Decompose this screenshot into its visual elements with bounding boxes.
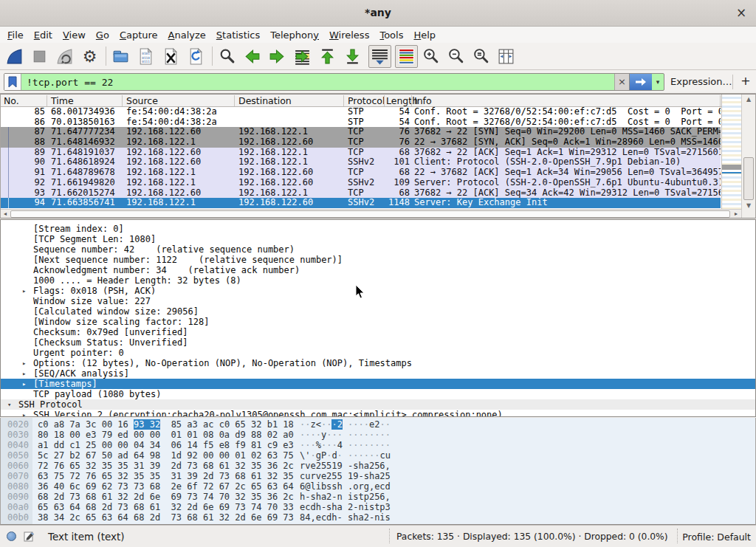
vscroll-handle[interactable] xyxy=(743,157,754,200)
menu-view[interactable]: View xyxy=(58,28,91,42)
filter-apply-button[interactable] xyxy=(629,74,652,90)
hex-row-0060[interactable]: 006072 76 65 32 35 35 31 39 2d 73 68 61 … xyxy=(1,461,755,471)
packet-list-minimap[interactable] xyxy=(721,94,741,209)
detail-row[interactable]: [Next sequence number: 1122 (relative se… xyxy=(1,255,755,265)
zoom-in-icon[interactable] xyxy=(422,47,440,66)
hex-row-0070[interactable]: 007063 75 72 76 65 32 35 35 31 39 2d 73 … xyxy=(1,471,755,481)
menu-telephony[interactable]: Telephony xyxy=(265,28,324,42)
detail-row[interactable]: ▸[Timestamps] xyxy=(1,379,755,389)
go-first-icon[interactable] xyxy=(318,47,337,66)
filter-history-caret[interactable]: ▾ xyxy=(652,74,664,90)
expert-info-icon[interactable] xyxy=(7,531,16,541)
capture-options-icon[interactable]: ⚙ xyxy=(80,47,99,66)
save-file-icon[interactable]: 010101100111 xyxy=(137,47,155,66)
packet-row-90[interactable]: 9071.648618924192.168.122.60192.168.122.… xyxy=(1,157,721,168)
open-file-icon[interactable] xyxy=(111,47,130,66)
packet-list-header[interactable]: No.TimeSourceDestinationProtocolLengthIn… xyxy=(1,94,741,107)
filter-clear-button[interactable]: × xyxy=(614,74,629,90)
detail-row[interactable]: Checksum: 0x79ed [unverified] xyxy=(1,327,755,337)
detail-row[interactable]: ▸Options: (12 bytes), No-Operation (NOP)… xyxy=(1,358,755,368)
detail-row[interactable]: TCP payload (1080 bytes) xyxy=(1,389,755,399)
restart-capture-icon[interactable] xyxy=(55,47,74,66)
expression-button[interactable]: Expression… xyxy=(670,76,732,87)
detail-row[interactable]: ▾SSH Protocol xyxy=(1,399,755,410)
detail-row[interactable]: [Calculated window size: 29056] xyxy=(1,306,755,317)
packet-list-hscrollbar[interactable]: ◂ ▸ xyxy=(1,209,741,218)
detail-row[interactable]: ▸[SEQ/ACK analysis] xyxy=(1,368,755,379)
menu-wireless[interactable]: Wireless xyxy=(324,28,374,42)
resize-columns-icon[interactable] xyxy=(497,47,515,66)
detail-row[interactable]: [Stream index: 0] xyxy=(1,224,755,234)
hex-row-0030[interactable]: 003080 18 00 e3 79 ed 00 00 01 01 08 0a … xyxy=(1,430,755,440)
detail-row[interactable]: [Checksum Status: Unverified] xyxy=(1,337,755,348)
hex-row-0020[interactable]: 0020c0 a8 7a 3c 00 16 93 32 85 a3 ac c0 … xyxy=(1,419,755,430)
detail-row[interactable]: [TCP Segment Len: 1080] xyxy=(1,234,755,244)
display-filter-field[interactable]: !tcp.port == 22 × ▾ xyxy=(4,73,664,91)
zoom-reset-icon[interactable] xyxy=(472,47,490,66)
scroll-down-icon[interactable]: ▼ xyxy=(742,202,755,209)
zoom-out-icon[interactable] xyxy=(447,47,465,66)
title-bar[interactable]: *any × xyxy=(0,0,756,27)
scroll-up-icon[interactable]: ▲ xyxy=(742,96,755,103)
menu-help[interactable]: Help xyxy=(408,28,441,42)
expand-open-icon[interactable]: ▾ xyxy=(7,399,11,410)
expand-closed-icon[interactable]: ▸ xyxy=(22,410,26,417)
profile-label[interactable]: Profile: Default xyxy=(682,531,751,543)
packet-row-85[interactable]: 8568.001734936fe:54:00:d4:38:2aSTP54Conf… xyxy=(1,107,721,117)
expand-closed-icon[interactable]: ▸ xyxy=(22,358,26,368)
packet-row-92[interactable]: 9271.661949820192.168.122.1192.168.122.6… xyxy=(1,178,721,188)
menu-file[interactable]: File xyxy=(2,28,29,42)
close-file-icon[interactable] xyxy=(162,47,180,66)
scroll-right-icon[interactable]: ▸ xyxy=(732,210,740,218)
packet-list-vscrollbar[interactable]: ▲ ▼ xyxy=(741,94,755,218)
packet-row-86[interactable]: 8670.013850163fe:54:00:d4:38:2aSTP54Conf… xyxy=(1,117,721,128)
column-header-time[interactable]: Time xyxy=(51,95,74,106)
column-header-length[interactable]: Length xyxy=(386,95,418,106)
hex-row-0040[interactable]: 0040a1 dd c1 25 00 00 04 34 06 14 f5 e8 … xyxy=(1,440,755,450)
auto-scroll-icon[interactable] xyxy=(368,45,391,68)
packet-row-88[interactable]: 8871.648146932192.168.122.1192.168.122.6… xyxy=(1,137,721,148)
detail-row[interactable]: [Window size scaling factor: 128] xyxy=(1,317,755,327)
close-icon[interactable]: × xyxy=(734,5,749,20)
hscroll-handle[interactable] xyxy=(10,210,730,218)
detail-row[interactable]: Window size value: 227 xyxy=(1,296,755,306)
menu-tools[interactable]: Tools xyxy=(374,28,408,42)
detail-row[interactable]: ▸Flags: 0x018 (PSH, ACK) xyxy=(1,286,755,296)
menu-edit[interactable]: Edit xyxy=(29,28,58,42)
menu-analyze[interactable]: Analyze xyxy=(163,28,211,42)
hex-row-00b0[interactable]: 00b038 34 2c 65 63 64 68 2d 73 68 61 32 … xyxy=(1,512,755,523)
scroll-left-icon[interactable]: ◂ xyxy=(1,210,10,218)
stop-capture-icon[interactable] xyxy=(30,47,49,66)
expand-closed-icon[interactable]: ▸ xyxy=(22,368,26,379)
detail-row[interactable]: Sequence number: 42 (relative sequence n… xyxy=(1,244,755,255)
packet-row-89[interactable]: 8971.648191037192.168.122.60192.168.122.… xyxy=(1,148,721,158)
detail-row[interactable]: Urgent pointer: 0 xyxy=(1,348,755,358)
go-last-icon[interactable] xyxy=(343,47,362,66)
colorize-icon[interactable] xyxy=(395,45,418,68)
column-header-source[interactable]: Source xyxy=(126,95,158,106)
go-forward-icon[interactable] xyxy=(268,47,286,66)
packet-row-93[interactable]: 9371.662015274192.168.122.60192.168.122.… xyxy=(1,188,721,199)
packet-row-94[interactable]: 9471.663856741192.168.122.1192.168.122.6… xyxy=(1,198,721,208)
add-filter-button[interactable]: + xyxy=(740,74,752,88)
filter-bookmark-button[interactable] xyxy=(4,74,21,90)
expand-closed-icon[interactable]: ▸ xyxy=(22,379,26,389)
menu-statistics[interactable]: Statistics xyxy=(211,28,265,42)
menu-capture[interactable]: Capture xyxy=(114,28,163,42)
column-header-destination[interactable]: Destination xyxy=(238,95,292,106)
column-header-info[interactable]: Info xyxy=(414,95,432,106)
packet-row-87[interactable]: 8771.647777234192.168.122.60192.168.122.… xyxy=(1,127,721,137)
filter-input[interactable]: !tcp.port == 22 xyxy=(21,77,614,88)
detail-row[interactable]: ▸SSH Version 2 (encryption:chacha20-poly… xyxy=(1,410,755,417)
hex-row-0090[interactable]: 009068 2d 73 68 61 32 2d 6e 69 73 74 70 … xyxy=(1,492,755,502)
hex-row-00a0[interactable]: 00a065 63 64 68 2d 73 68 61 32 2d 6e 69 … xyxy=(1,502,755,512)
column-header-protocol[interactable]: Protocol xyxy=(348,95,385,106)
expand-closed-icon[interactable]: ▸ xyxy=(22,286,26,296)
detail-row[interactable]: 1000 .... = Header Length: 32 bytes (8) xyxy=(1,275,755,286)
find-packet-icon[interactable] xyxy=(218,47,236,66)
go-back-icon[interactable] xyxy=(243,47,261,66)
start-capture-icon[interactable] xyxy=(5,47,24,66)
capture-comment-icon[interactable] xyxy=(24,531,35,544)
packet-row-91[interactable]: 9171.648789678192.168.122.1192.168.122.6… xyxy=(1,168,721,178)
reload-file-icon[interactable] xyxy=(187,47,205,66)
